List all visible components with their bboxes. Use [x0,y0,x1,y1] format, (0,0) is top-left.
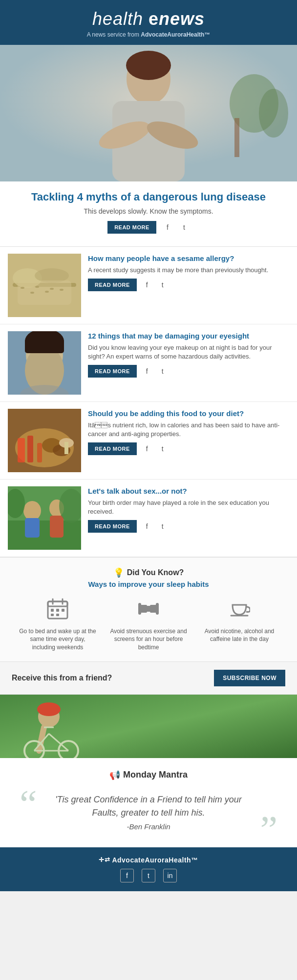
svg-rect-37 [8,520,81,550]
article-title-sesame: How many people have a sesame allergy? [88,254,289,263]
subscribe-button[interactable]: SUBSCRIBE NOW [214,670,285,686]
megaphone-icon: 📢 [109,770,120,780]
sesame-facebook-icon[interactable]: f [142,280,152,290]
footer-facebook-icon[interactable]: f [120,869,134,882]
dyk-title: Did You Know? [127,568,184,577]
article-row-sex: Let's talk about sex...or not? Your birt… [0,480,297,557]
article-content-sesame: How many people have a sesame allergy? A… [88,254,289,317]
food-twitter-icon[interactable]: t [157,443,168,454]
svg-rect-51 [51,614,54,616]
mantra-quote: “ 'Tis great Confidence in a Friend to t… [20,788,277,836]
food-facebook-icon[interactable]: f [142,443,152,454]
featured-title: Tackling 4 myths of a dangerous lung dis… [20,190,277,204]
svg-rect-48 [51,609,54,612]
dyk-header: 💡 Did You Know? [15,567,282,578]
svg-rect-39 [25,518,40,538]
svg-point-5 [126,51,171,80]
article-thumb-eye [8,331,81,395]
hero-image [0,45,297,181]
footer-linkedin-icon[interactable]: in [163,869,177,882]
svg-rect-25 [25,339,64,353]
quote-close-icon: ” [260,814,277,845]
svg-rect-49 [56,609,59,612]
lightbulb-icon: 💡 [113,567,124,578]
subscribe-text: Receive this from a friend? [12,674,112,682]
article-actions-eye: READ MORE f t [88,365,289,378]
healthy-weight-banner: Find a healthy weight for a healthy life… [0,695,297,758]
article-title-food: Should you be adding this food to your d… [88,409,289,419]
header-title-text: health enews [92,9,205,29]
dyk-tip-calendar: Go to bed and wake up at the same time e… [15,598,101,652]
article-row-eye: 12 things that may be damaging your eyes… [0,324,297,402]
article-content-sex: Let's talk about sex...or not? Your birt… [88,486,289,550]
hero-background [0,45,297,181]
footer-logo-text: AdvocateAuroraHealth™ [112,856,198,864]
article-desc-eye: Did you know leaving your eye makeup on … [88,343,289,361]
footer-logo: ✛⇄ AdvocateAuroraHealth™ [10,856,287,864]
eye-twitter-icon[interactable]: t [157,366,168,377]
calendar-icon [19,598,97,623]
article-row-food: Should you be adding this food to your d… [0,402,297,480]
article-title-sex: Let's talk about sex...or not? [88,486,289,496]
header-title: health enews [10,9,287,29]
article-actions-food: READ MORE f t [88,442,289,455]
article-actions-sex: READ MORE f t [88,520,289,533]
article-desc-sesame: A recent study suggests it may be more t… [88,266,289,275]
svg-rect-35 [64,442,68,454]
svg-rect-33 [37,443,42,462]
dyk-tip-text-calendar: Go to bed and wake up at the same time e… [19,627,97,652]
dyk-tip-coffee: Avoid nicotine, alcohol and caffeine lat… [196,598,282,652]
article-read-more-food[interactable]: READ MORE [88,442,137,455]
mantra-section: 📢 Monday Mantra “ 'Tis great Confidence … [0,758,297,847]
article-actions-sesame: READ MORE f t [88,279,289,291]
article-read-more-eye[interactable]: READ MORE [88,365,137,378]
coffee-icon [200,598,278,623]
svg-rect-57 [150,605,157,613]
article-thumb-sex [8,486,81,550]
sesame-twitter-icon[interactable]: t [157,280,168,290]
footer-logo-icon: ✛⇄ [99,856,110,863]
mantra-header: 📢 Monday Mantra [20,770,277,780]
svg-rect-45 [48,601,67,606]
article-desc-food: Itâs nutrient rich, low in calories an… [88,421,289,439]
dyk-tips: Go to bed and wake up at the same time e… [15,598,282,652]
featured-read-more-button[interactable]: READ MORE [107,221,156,234]
svg-point-38 [23,501,41,520]
header-subtitle: A news service from AdvocateAuroraHealth… [10,31,287,38]
barbell-icon [109,598,188,623]
svg-rect-50 [62,609,64,612]
featured-actions: READ MORE f t [20,221,277,241]
footer-social: f t in [10,869,287,882]
svg-rect-19 [18,280,71,305]
svg-rect-41 [50,516,64,538]
article-row-sesame: How many people have a sesame allergy? A… [0,247,297,324]
quote-open-icon: “ [20,788,37,820]
article-read-more-sesame[interactable]: READ MORE [88,279,137,291]
footer: ✛⇄ AdvocateAuroraHealth™ f t in [0,847,297,891]
featured-article: Tackling 4 myths of a dangerous lung dis… [0,181,297,246]
featured-twitter-icon[interactable]: t [179,222,190,233]
featured-subtitle: This develops slowly. Know the symptoms. [20,207,277,215]
sex-facebook-icon[interactable]: f [142,521,152,532]
eye-facebook-icon[interactable]: f [142,366,152,377]
mantra-text: 'Tis great Confidence in a Friend to tel… [54,793,243,820]
mantra-author: -Ben Franklin [54,822,243,831]
header: health enews A news service from Advocat… [0,0,297,45]
footer-twitter-icon[interactable]: t [142,869,155,882]
svg-rect-8 [234,118,239,157]
subscribe-bar: Receive this from a friend? SUBSCRIBE NO… [0,661,297,695]
dyk-tip-barbell: Avoid strenuous exercise and screens for… [106,598,191,652]
svg-rect-56 [140,605,147,613]
featured-facebook-icon[interactable]: f [162,222,173,233]
dyk-tip-text-barbell: Avoid strenuous exercise and screens for… [109,627,188,652]
sex-twitter-icon[interactable]: t [157,521,168,532]
article-content-eye: 12 things that may be damaging your eyes… [88,331,289,395]
article-desc-sex: Your birth order may have played a role … [88,499,289,516]
dyk-tip-text-coffee: Avoid nicotine, alcohol and caffeine lat… [200,627,278,644]
svg-point-62 [37,702,61,716]
article-read-more-sex[interactable]: READ MORE [88,520,137,533]
article-title-eye: 12 things that may be damaging your eyes… [88,331,289,341]
svg-rect-29 [18,438,25,462]
article-thumb-sesame [8,254,81,317]
did-you-know-section: 💡 Did You Know? Ways to improve your sle… [0,557,297,661]
